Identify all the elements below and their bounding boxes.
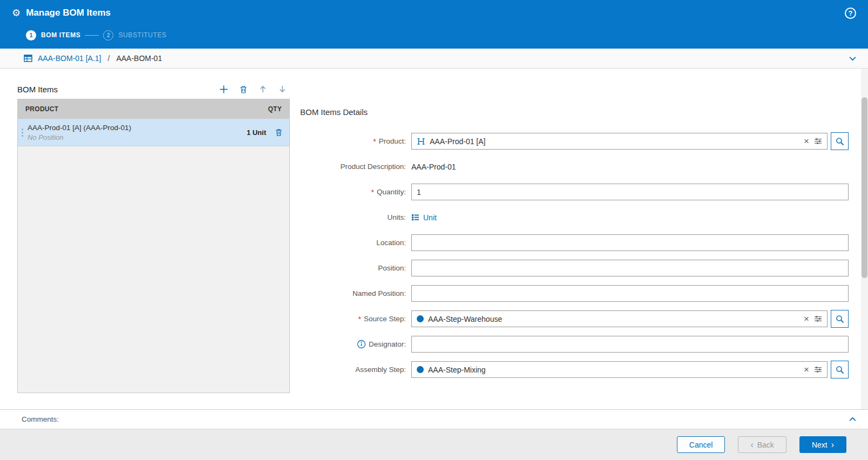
- named-position-label: Named Position:: [300, 289, 411, 297]
- back-chevron-icon: ‹: [750, 441, 753, 449]
- bom-list-toolbar: BOM Items: [17, 80, 290, 98]
- cancel-button[interactable]: Cancel: [677, 436, 725, 453]
- field-row-location: Location:: [300, 234, 849, 251]
- step-icon: [417, 366, 424, 373]
- field-row-source-step: * Source Step: ×: [300, 310, 849, 327]
- comments-chevron-up-icon[interactable]: [848, 415, 857, 424]
- product-description-value: AAA-Prod-01: [411, 163, 456, 171]
- designator-input[interactable]: [417, 336, 843, 352]
- back-button[interactable]: ‹ Back: [738, 436, 786, 453]
- page-title: Manage BOM Items: [26, 8, 845, 18]
- assembly-step-filter-icon[interactable]: [814, 366, 822, 374]
- manage-bom-items-window: ⚙ Manage BOM Items ? 1 BOM ITEMS 2 SUBST…: [0, 0, 868, 460]
- bom-items-panel: BOM Items: [17, 80, 290, 393]
- field-row-units: Units: Unit: [300, 209, 849, 226]
- details-title: BOM Items Details: [300, 107, 849, 117]
- required-asterisk: *: [371, 188, 374, 197]
- field-row-designator: Designator:: [300, 336, 849, 353]
- required-asterisk: *: [358, 315, 361, 323]
- vertical-scrollbar[interactable]: [861, 69, 868, 409]
- location-box: [411, 234, 849, 251]
- table-row[interactable]: AAA-Prod-01 [A] (AAA-Prod-01) No Positio…: [18, 119, 289, 146]
- field-row-named-position: Named Position:: [300, 285, 849, 302]
- scrollbar-thumb[interactable]: [862, 97, 867, 278]
- breadcrumb-separator: /: [107, 54, 110, 63]
- info-icon[interactable]: [357, 340, 366, 349]
- field-row-assembly-step: Assembly Step: ×: [300, 361, 849, 378]
- source-step-input[interactable]: [428, 311, 799, 327]
- units-label: Units:: [300, 213, 411, 221]
- named-position-box: [411, 285, 849, 302]
- breadcrumb-chevron-down-icon[interactable]: [848, 54, 857, 63]
- help-icon[interactable]: ?: [845, 8, 856, 19]
- quantity-label: * Quantity:: [300, 188, 411, 197]
- next-chevron-icon: ›: [831, 441, 834, 449]
- header-bar: ⚙ Manage BOM Items ?: [0, 0, 868, 26]
- row-position-text: No Position: [28, 133, 247, 141]
- breadcrumb-bom-link[interactable]: AAA-BOM-01 [A.1]: [38, 54, 101, 63]
- breadcrumb-current: AAA-BOM-01: [116, 54, 162, 63]
- move-up-button[interactable]: [259, 85, 267, 93]
- step-bom-items[interactable]: 1 BOM ITEMS: [26, 30, 80, 40]
- table-header-row: PRODUCT QTY: [18, 99, 289, 119]
- bom-table-icon: [24, 54, 32, 63]
- designator-label: Designator:: [300, 340, 411, 349]
- wizard-stepper: 1 BOM ITEMS 2 SUBSTITUTES: [0, 26, 868, 49]
- product-search-button[interactable]: [831, 132, 849, 150]
- add-item-button[interactable]: [219, 85, 228, 94]
- location-input[interactable]: [417, 235, 843, 251]
- step-connector: [85, 35, 99, 36]
- source-step-label: * Source Step:: [300, 315, 411, 323]
- row-product-name: AAA-Prod-01 [A] (AAA-Prod-01): [28, 124, 247, 132]
- assembly-step-clear-icon[interactable]: ×: [803, 365, 810, 374]
- units-link[interactable]: Unit: [411, 213, 437, 222]
- bom-item-details-panel: BOM Items Details * Product:: [300, 69, 849, 387]
- step-2-circle: 2: [103, 30, 113, 40]
- designator-box: [411, 336, 849, 353]
- delete-item-button[interactable]: [239, 85, 248, 94]
- comments-section: Comments:: [0, 409, 868, 429]
- main-content: BOM Items: [0, 69, 868, 409]
- table-empty-area: [18, 146, 289, 393]
- row-delete-icon[interactable]: [275, 128, 283, 137]
- quantity-box: [411, 184, 849, 200]
- position-box: [411, 260, 849, 276]
- source-step-search-button[interactable]: [831, 310, 849, 328]
- move-down-button[interactable]: [278, 85, 287, 93]
- manage-gear-icon: ⚙: [12, 8, 21, 18]
- source-step-filter-icon[interactable]: [814, 315, 822, 323]
- quantity-input[interactable]: [417, 184, 843, 200]
- comments-label: Comments:: [22, 415, 59, 423]
- product-filter-icon[interactable]: [814, 137, 822, 145]
- named-position-input[interactable]: [417, 286, 843, 301]
- step-1-label: BOM ITEMS: [41, 31, 80, 39]
- step-2-label: SUBSTITUTES: [118, 31, 166, 39]
- source-step-lookup-box: ×: [411, 310, 828, 327]
- assembly-step-search-button[interactable]: [831, 361, 849, 378]
- next-button[interactable]: Next ›: [799, 436, 846, 453]
- bom-items-table: PRODUCT QTY AAA-Prod-01 [A] (AAA-Prod-01…: [17, 99, 290, 393]
- row-qty-value: 1 Unit: [247, 128, 266, 137]
- source-step-clear-icon[interactable]: ×: [803, 314, 810, 323]
- step-1-circle: 1: [26, 30, 36, 40]
- breadcrumb: AAA-BOM-01 [A.1] / AAA-BOM-01: [0, 49, 868, 69]
- position-input[interactable]: [417, 260, 843, 276]
- assembly-step-input[interactable]: [428, 362, 799, 377]
- field-row-quantity: * Quantity:: [300, 184, 849, 200]
- field-row-product-description: Product Description: AAA-Prod-01: [300, 158, 849, 175]
- position-label: Position:: [300, 264, 411, 272]
- units-list-icon: [411, 213, 419, 221]
- product-input[interactable]: [430, 133, 799, 149]
- required-asterisk: *: [373, 137, 376, 146]
- field-row-position: Position:: [300, 260, 849, 276]
- assembly-step-lookup-box: ×: [411, 361, 828, 378]
- footer-bar: Cancel ‹ Back Next ›: [0, 429, 868, 460]
- product-description-label: Product Description:: [300, 163, 411, 171]
- step-substitutes[interactable]: 2 SUBSTITUTES: [103, 30, 166, 40]
- product-icon: [417, 137, 425, 146]
- drag-handle-icon[interactable]: [18, 128, 26, 137]
- product-label: * Product:: [300, 137, 411, 146]
- product-clear-icon[interactable]: ×: [803, 137, 810, 146]
- field-row-product: * Product: ×: [300, 133, 849, 150]
- column-header-product: PRODUCT: [25, 105, 58, 113]
